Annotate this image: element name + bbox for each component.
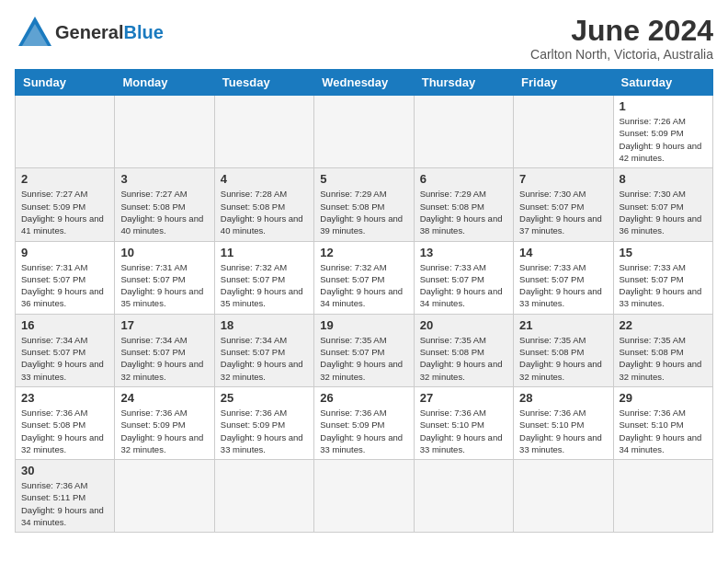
weekday-header-saturday: Saturday [613,70,712,96]
calendar-cell: 1Sunrise: 7:26 AMSunset: 5:09 PMDaylight… [613,96,712,168]
day-number: 5 [320,172,407,186]
day-number: 21 [519,318,607,332]
day-info: Sunrise: 7:36 AMSunset: 5:10 PMDaylight:… [420,407,507,455]
day-number: 19 [320,318,407,332]
calendar-cell [514,96,613,168]
week-row-1: 1Sunrise: 7:26 AMSunset: 5:09 PMDaylight… [16,96,713,168]
day-number: 23 [21,391,108,405]
calendar-cell [314,96,414,168]
day-info: Sunrise: 7:33 AMSunset: 5:07 PMDaylight:… [519,261,607,310]
day-number: 8 [620,172,707,186]
weekday-header-sunday: Sunday [16,70,115,96]
day-number: 18 [221,318,308,332]
calendar-table: SundayMondayTuesdayWednesdayThursdayFrid… [15,69,713,533]
day-info: Sunrise: 7:32 AMSunset: 5:07 PMDaylight:… [221,261,308,310]
calendar-cell: 6Sunrise: 7:29 AMSunset: 5:08 PMDaylight… [414,168,513,241]
calendar-cell: 22Sunrise: 7:35 AMSunset: 5:08 PMDayligh… [613,314,712,386]
day-number: 6 [420,172,507,186]
calendar-cell: 21Sunrise: 7:35 AMSunset: 5:08 PMDayligh… [514,314,613,386]
week-row-6: 30Sunrise: 7:36 AMSunset: 5:11 PMDayligh… [16,460,713,533]
day-info: Sunrise: 7:27 AMSunset: 5:08 PMDaylight:… [120,188,208,236]
day-number: 17 [120,318,208,332]
day-info: Sunrise: 7:36 AMSunset: 5:09 PMDaylight:… [320,407,407,455]
day-number: 16 [21,318,108,332]
day-info: Sunrise: 7:32 AMSunset: 5:07 PMDaylight:… [320,261,407,310]
calendar-cell [214,96,313,168]
logo-wrapper: GeneralBlue [15,15,164,50]
day-number: 30 [21,464,108,477]
day-number: 10 [120,246,208,259]
day-info: Sunrise: 7:29 AMSunset: 5:08 PMDaylight:… [420,188,507,236]
calendar-cell [314,460,414,533]
calendar-cell: 27Sunrise: 7:36 AMSunset: 5:10 PMDayligh… [414,386,513,459]
calendar-cell [414,460,513,533]
day-number: 24 [120,391,208,405]
calendar-cell: 19Sunrise: 7:35 AMSunset: 5:07 PMDayligh… [314,314,414,386]
calendar-cell: 23Sunrise: 7:36 AMSunset: 5:08 PMDayligh… [16,386,115,459]
day-number: 4 [221,172,308,186]
day-number: 22 [620,318,707,332]
day-info: Sunrise: 7:26 AMSunset: 5:09 PMDaylight:… [620,115,707,164]
day-number: 9 [21,246,108,259]
day-info: Sunrise: 7:34 AMSunset: 5:07 PMDaylight:… [120,334,208,383]
calendar-cell: 30Sunrise: 7:36 AMSunset: 5:11 PMDayligh… [16,460,115,533]
calendar-cell: 26Sunrise: 7:36 AMSunset: 5:09 PMDayligh… [314,386,414,459]
day-info: Sunrise: 7:36 AMSunset: 5:09 PMDaylight:… [120,407,208,455]
day-info: Sunrise: 7:35 AMSunset: 5:07 PMDaylight:… [320,334,407,383]
calendar-cell: 20Sunrise: 7:35 AMSunset: 5:08 PMDayligh… [414,314,513,386]
calendar-cell: 28Sunrise: 7:36 AMSunset: 5:10 PMDayligh… [514,386,613,459]
calendar-cell: 11Sunrise: 7:32 AMSunset: 5:07 PMDayligh… [214,241,313,314]
day-number: 13 [420,246,507,259]
day-info: Sunrise: 7:30 AMSunset: 5:07 PMDaylight:… [620,188,707,236]
day-number: 26 [320,391,407,405]
weekday-header-tuesday: Tuesday [214,70,313,96]
calendar-cell: 4Sunrise: 7:28 AMSunset: 5:08 PMDaylight… [214,168,313,241]
calendar-cell: 7Sunrise: 7:30 AMSunset: 5:07 PMDaylight… [514,168,613,241]
day-number: 3 [120,172,208,186]
page-container: GeneralBlue June 2024 Carlton North, Vic… [15,15,713,533]
day-info: Sunrise: 7:27 AMSunset: 5:09 PMDaylight:… [21,188,108,236]
calendar-cell: 9Sunrise: 7:31 AMSunset: 5:07 PMDaylight… [16,241,115,314]
calendar-cell: 25Sunrise: 7:36 AMSunset: 5:09 PMDayligh… [214,386,313,459]
day-info: Sunrise: 7:33 AMSunset: 5:07 PMDaylight:… [420,261,507,310]
calendar-cell: 10Sunrise: 7:31 AMSunset: 5:07 PMDayligh… [115,241,214,314]
calendar-cell [414,96,513,168]
day-number: 29 [620,391,707,405]
calendar-cell: 18Sunrise: 7:34 AMSunset: 5:07 PMDayligh… [214,314,313,386]
day-info: Sunrise: 7:35 AMSunset: 5:08 PMDaylight:… [519,334,607,383]
day-info: Sunrise: 7:36 AMSunset: 5:08 PMDaylight:… [21,407,108,455]
day-number: 15 [620,246,707,259]
logo-text: GeneralBlue [55,22,164,43]
header: GeneralBlue June 2024 Carlton North, Vic… [15,15,713,62]
day-info: Sunrise: 7:36 AMSunset: 5:09 PMDaylight:… [221,407,308,455]
right-header: June 2024 Carlton North, Victoria, Austr… [530,15,713,62]
day-info: Sunrise: 7:36 AMSunset: 5:10 PMDaylight:… [620,407,707,455]
day-number: 1 [620,99,707,113]
day-info: Sunrise: 7:33 AMSunset: 5:07 PMDaylight:… [620,261,707,310]
weekday-header-friday: Friday [514,70,613,96]
calendar-cell [514,460,613,533]
day-number: 11 [221,246,308,259]
logo-area: GeneralBlue [15,15,164,50]
calendar-cell: 17Sunrise: 7:34 AMSunset: 5:07 PMDayligh… [115,314,214,386]
calendar-cell [115,96,214,168]
calendar-cell: 24Sunrise: 7:36 AMSunset: 5:09 PMDayligh… [115,386,214,459]
day-number: 7 [519,172,607,186]
calendar-cell: 14Sunrise: 7:33 AMSunset: 5:07 PMDayligh… [514,241,613,314]
day-number: 12 [320,246,407,259]
day-info: Sunrise: 7:29 AMSunset: 5:08 PMDaylight:… [320,188,407,236]
location-subtitle: Carlton North, Victoria, Australia [530,47,713,62]
day-info: Sunrise: 7:35 AMSunset: 5:08 PMDaylight:… [620,334,707,383]
day-info: Sunrise: 7:34 AMSunset: 5:07 PMDaylight:… [221,334,308,383]
day-info: Sunrise: 7:30 AMSunset: 5:07 PMDaylight:… [519,188,607,236]
day-info: Sunrise: 7:35 AMSunset: 5:08 PMDaylight:… [420,334,507,383]
calendar-cell [214,460,313,533]
day-info: Sunrise: 7:31 AMSunset: 5:07 PMDaylight:… [120,261,208,310]
calendar-cell: 15Sunrise: 7:33 AMSunset: 5:07 PMDayligh… [613,241,712,314]
calendar-cell: 12Sunrise: 7:32 AMSunset: 5:07 PMDayligh… [314,241,414,314]
day-info: Sunrise: 7:36 AMSunset: 5:11 PMDaylight:… [21,479,108,528]
calendar-cell [115,460,214,533]
calendar-cell: 8Sunrise: 7:30 AMSunset: 5:07 PMDaylight… [613,168,712,241]
calendar-cell: 3Sunrise: 7:27 AMSunset: 5:08 PMDaylight… [115,168,214,241]
day-number: 27 [420,391,507,405]
